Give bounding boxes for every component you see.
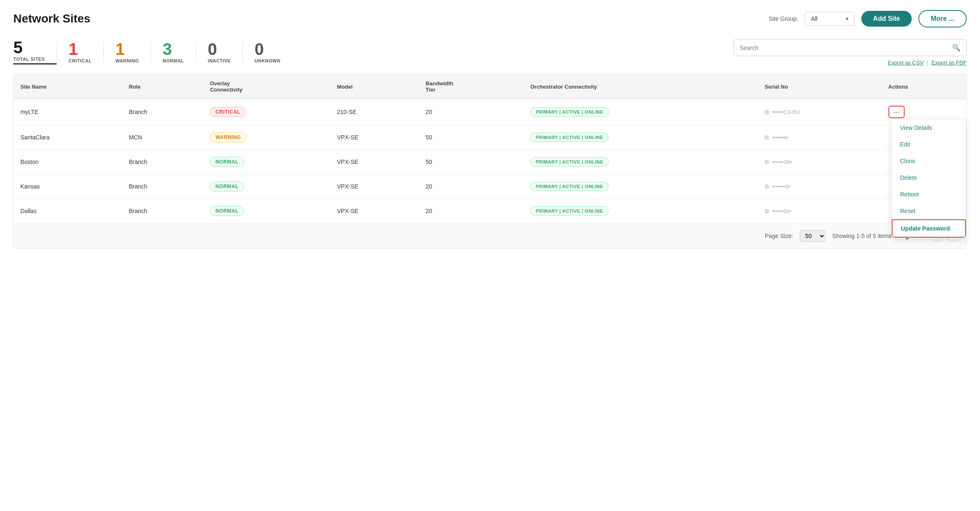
cell-orchestrator: PRIMARY | ACTIVE | ONLINE: [524, 150, 758, 174]
stat-unknown: 0 UNKNOWN: [254, 41, 292, 63]
stat-divider-4: [196, 42, 196, 62]
cell-serial: ⧉ ••••••50•: [758, 199, 882, 223]
col-overlay: OverlayConnectivity: [203, 74, 330, 99]
stat-inactive-label: INACTIVE: [208, 58, 231, 63]
stat-divider-2: [103, 42, 104, 62]
cell-model: VPX-SE: [331, 150, 419, 174]
page-size-select[interactable]: 50 25 100: [800, 230, 826, 242]
stat-critical-label: CRITICAL: [69, 58, 92, 63]
export-csv-link[interactable]: Export as CSV: [888, 60, 923, 66]
dropdown-update-password[interactable]: Update Password: [893, 220, 965, 237]
stat-inactive-number: 0: [208, 41, 217, 57]
col-model: Model: [331, 74, 419, 99]
cell-model: VPX-SE: [331, 174, 419, 199]
cell-model: VPX-SE: [331, 125, 419, 150]
cell-overlay: NORMAL: [203, 174, 330, 199]
col-serial: Serial No: [758, 74, 882, 99]
site-group-dropdown[interactable]: All ▾: [805, 12, 855, 26]
cell-site-name: SantaClara: [14, 125, 122, 150]
stat-total-label: TOTAL SITES: [13, 57, 45, 62]
cell-site-name: Kansas: [14, 174, 122, 199]
dropdown-view-details[interactable]: View Details: [892, 119, 966, 136]
stat-unknown-label: UNKNOWN: [254, 58, 280, 63]
cell-role: Branch: [122, 150, 204, 174]
export-separator: |: [927, 60, 928, 66]
more-button[interactable]: More ...: [918, 10, 967, 27]
cell-orchestrator: PRIMARY | ACTIVE | ONLINE: [524, 99, 758, 125]
cell-serial: ⧉ •••••••3•: [758, 174, 882, 199]
stat-divider-5: [242, 42, 243, 62]
dropdown-reboot[interactable]: Reboot: [892, 186, 966, 203]
stat-normal: 3 NORMAL: [163, 41, 196, 63]
cell-orchestrator: PRIMARY | ACTIVE | ONLINE: [524, 174, 758, 199]
copy-icon[interactable]: ⧉: [765, 183, 769, 190]
col-bandwidth: BandwidthTier: [419, 74, 523, 99]
chevron-down-icon: ▾: [846, 16, 848, 22]
stat-total-number: 5: [13, 39, 22, 56]
cell-overlay: WARNING: [203, 125, 330, 150]
cell-model: VPX-SE: [331, 199, 419, 223]
dropdown-delete[interactable]: Delete: [892, 169, 966, 186]
cell-role: Branch: [122, 199, 204, 223]
table-header-row: Site Name Role OverlayConnectivity Model…: [14, 74, 966, 99]
col-role: Role: [122, 74, 204, 99]
cell-role: MCN: [122, 125, 204, 150]
cell-model: 210-SE: [331, 99, 419, 125]
stats-row: 5 TOTAL SITES 1 CRITICAL 1 WARNING 3 NOR…: [13, 39, 292, 64]
cell-bandwidth: 20: [419, 99, 523, 125]
dropdown-reset[interactable]: Reset: [892, 203, 966, 219]
copy-icon[interactable]: ⧉: [765, 208, 769, 215]
serial-text: •••••••3•: [772, 184, 791, 190]
cell-serial: ⧉ ••••••CX45J: [758, 99, 882, 125]
serial-text: ••••••50•: [772, 208, 791, 214]
copy-icon[interactable]: ⧉: [765, 134, 769, 141]
table-row: SantaClara MCN WARNING VPX-SE 50 PRIMARY…: [14, 125, 966, 150]
cell-orchestrator: PRIMARY | ACTIVE | ONLINE: [524, 125, 758, 150]
stat-unknown-number: 0: [254, 41, 264, 57]
cell-bandwidth: 20: [419, 199, 523, 223]
cell-serial: ⧉ ••••••3R•: [758, 150, 882, 174]
cell-site-name: myLTE: [14, 99, 122, 125]
cell-actions: ··· View Details Edit Clone Delete Reboo…: [882, 99, 966, 125]
cell-overlay: NORMAL: [203, 150, 330, 174]
dropdown-edit[interactable]: Edit: [892, 136, 966, 153]
add-site-button[interactable]: Add Site: [861, 11, 912, 27]
stat-total: 5 TOTAL SITES: [13, 39, 57, 64]
search-box[interactable]: 🔍: [734, 39, 967, 56]
stat-critical: 1 CRITICAL: [69, 41, 103, 63]
table-row: Boston Branch NORMAL VPX-SE 50 PRIMARY |…: [14, 150, 966, 174]
search-icon: 🔍: [952, 44, 960, 52]
site-group-label: Site Group:: [769, 15, 798, 22]
stat-warning-label: WARNING: [115, 58, 139, 63]
cell-overlay: CRITICAL: [203, 99, 330, 125]
cell-bandwidth: 50: [419, 125, 523, 150]
serial-text: ••••••CX45J: [772, 109, 800, 115]
serial-text: ••••••4•: [772, 134, 788, 141]
table-footer: Page Size: 50 25 100 Showing 1-5 of 5 it…: [14, 223, 966, 248]
search-input[interactable]: [740, 45, 949, 51]
showing-text: Showing 1-5 of 5 items: [832, 233, 891, 239]
actions-ellipsis-button[interactable]: ···: [888, 106, 905, 118]
table-row: Dallas Branch NORMAL VPX-SE 20 PRIMARY |…: [14, 199, 966, 223]
cell-role: Branch: [122, 174, 204, 199]
copy-icon[interactable]: ⧉: [765, 159, 769, 166]
copy-icon[interactable]: ⧉: [765, 109, 769, 116]
cell-bandwidth: 50: [419, 150, 523, 174]
stat-warning-number: 1: [115, 41, 124, 57]
stat-divider-1: [57, 42, 57, 62]
cell-orchestrator: PRIMARY | ACTIVE | ONLINE: [524, 199, 758, 223]
page-size-label: Page Size:: [765, 233, 793, 239]
sites-table-container: Site Name Role OverlayConnectivity Model…: [13, 74, 967, 249]
serial-text: ••••••3R•: [772, 159, 792, 165]
table-row: myLTE Branch CRITICAL 210-SE 20 PRIMARY …: [14, 99, 966, 125]
table-row: Kansas Branch NORMAL VPX-SE 20 PRIMARY |…: [14, 174, 966, 199]
stat-warning: 1 WARNING: [115, 41, 151, 63]
actions-dropdown-menu: View Details Edit Clone Delete Reboot Re…: [891, 119, 966, 238]
header-controls: Site Group: All ▾ Add Site More ...: [769, 10, 967, 27]
cell-overlay: NORMAL: [203, 199, 330, 223]
site-group-value: All: [811, 15, 818, 22]
export-pdf-link[interactable]: Export as PDF: [931, 60, 967, 66]
page-title: Network Sites: [13, 12, 90, 25]
cell-site-name: Boston: [14, 150, 122, 174]
dropdown-clone[interactable]: Clone: [892, 153, 966, 169]
